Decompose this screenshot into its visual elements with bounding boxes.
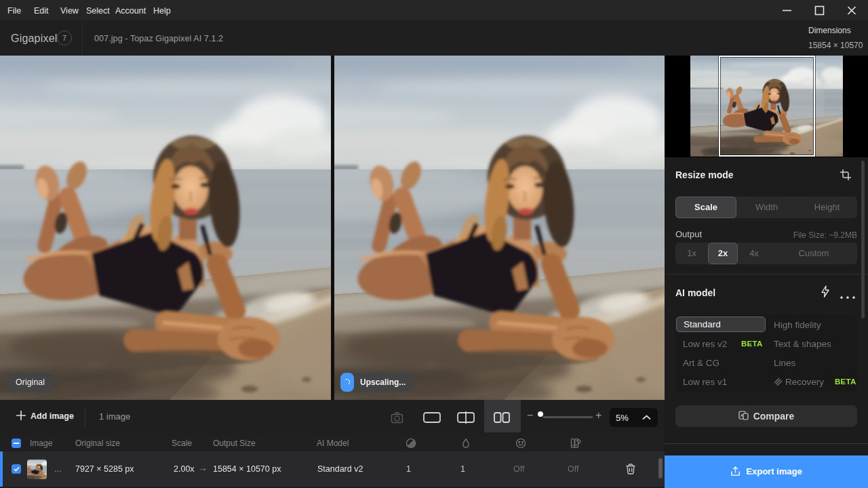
svg-text:A: A: [741, 413, 744, 418]
